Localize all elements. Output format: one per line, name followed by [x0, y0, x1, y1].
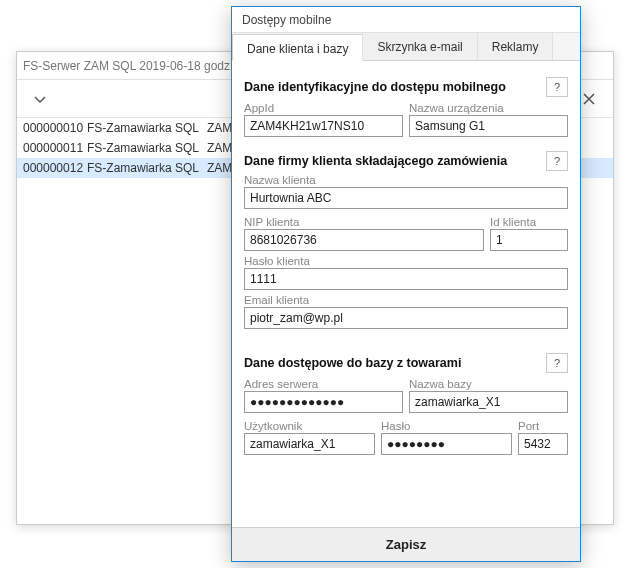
tab-ads[interactable]: Reklamy — [478, 33, 554, 60]
dialog-title: Dostępy mobilne — [232, 7, 580, 33]
tab-email[interactable]: Skrzynka e-mail — [363, 33, 477, 60]
client-id-field[interactable] — [490, 229, 568, 251]
mobile-access-dialog: Dostępy mobilne Dane klienta i bazy Skrz… — [231, 6, 581, 562]
section-client-header: Dane firmy klienta składającego zamówien… — [244, 151, 568, 171]
label-nip: NIP klienta — [244, 216, 484, 228]
section-identity-header: Dane identyfikacyjne do dostępu mobilneg… — [244, 77, 568, 97]
help-button[interactable]: ? — [546, 77, 568, 97]
client-name-field[interactable] — [244, 187, 568, 209]
cell-app: FS-Zamawiarka SQL — [87, 138, 207, 158]
label-client-name: Nazwa klienta — [244, 174, 568, 186]
client-password-field[interactable] — [244, 268, 568, 290]
label-user: Użytkownik — [244, 420, 375, 432]
cell-id: 000000010 — [17, 118, 87, 138]
dbname-field[interactable] — [409, 391, 568, 413]
cell-id: 000000011 — [17, 138, 87, 158]
help-button[interactable]: ? — [546, 353, 568, 373]
cell-id: 000000012 — [17, 158, 87, 178]
device-field[interactable] — [409, 115, 568, 137]
label-dbpass: Hasło — [381, 420, 512, 432]
section-title: Dane dostępowe do bazy z towarami — [244, 356, 546, 370]
client-email-field[interactable] — [244, 307, 568, 329]
label-dbname: Nazwa bazy — [409, 378, 568, 390]
cell-app: FS-Zamawiarka SQL — [87, 118, 207, 138]
db-password-field[interactable] — [381, 433, 512, 455]
tab-client-data[interactable]: Dane klienta i bazy — [232, 34, 363, 61]
label-client-id: Id klienta — [490, 216, 568, 228]
section-title: Dane firmy klienta składającego zamówien… — [244, 154, 546, 168]
label-device: Nazwa urządzenia — [409, 102, 568, 114]
appid-field[interactable] — [244, 115, 403, 137]
nip-field[interactable] — [244, 229, 484, 251]
cell-app: FS-Zamawiarka SQL — [87, 158, 207, 178]
server-field[interactable] — [244, 391, 403, 413]
label-server: Adres serwera — [244, 378, 403, 390]
section-db-header: Dane dostępowe do bazy z towarami ? — [244, 353, 568, 373]
section-title: Dane identyfikacyjne do dostępu mobilneg… — [244, 80, 546, 94]
label-client-email: Email klienta — [244, 294, 568, 306]
save-button[interactable]: Zapisz — [232, 527, 580, 561]
tab-bar: Dane klienta i bazy Skrzynka e-mail Rekl… — [232, 33, 580, 61]
db-user-field[interactable] — [244, 433, 375, 455]
label-appid: AppId — [244, 102, 403, 114]
chevron-down-icon[interactable] — [17, 80, 62, 117]
dialog-body: Dane identyfikacyjne do dostępu mobilneg… — [232, 61, 580, 527]
port-field[interactable] — [518, 433, 568, 455]
help-button[interactable]: ? — [546, 151, 568, 171]
label-client-password: Hasło klienta — [244, 255, 568, 267]
label-port: Port — [518, 420, 568, 432]
